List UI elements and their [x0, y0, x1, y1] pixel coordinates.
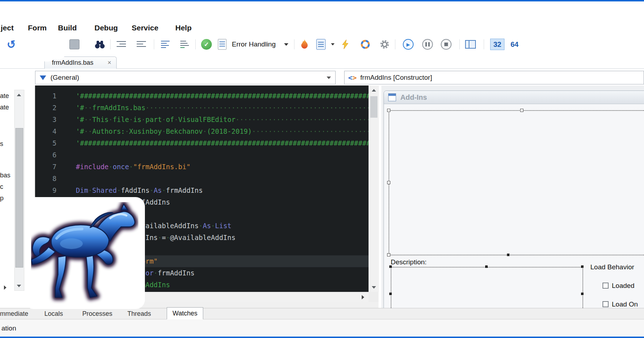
bottom-tab-mmediate[interactable]: mmediate [0, 310, 28, 318]
declaration-combo[interactable]: <> frmAddIns [Constructor] [344, 71, 644, 84]
selection-handle[interactable] [520, 109, 523, 112]
error-handling-label[interactable]: Error Handling [232, 40, 276, 48]
syntax-check-icon[interactable]: ✓ [200, 38, 213, 51]
run-icon[interactable]: ▶ [402, 38, 414, 51]
line-number[interactable]: 4 [39, 126, 57, 137]
selection-handle[interactable] [581, 265, 584, 268]
scrollbar-corner [369, 292, 379, 302]
tree-scroll-up-icon[interactable] [14, 90, 24, 99]
tree-item-fragment[interactable]: p [0, 195, 4, 202]
editor-scroll-down-icon[interactable] [369, 283, 379, 292]
line-number[interactable]: 7 [39, 161, 57, 173]
format-code-icon[interactable] [160, 38, 172, 51]
loaded-checkbox-label[interactable]: Loaded [612, 282, 634, 290]
code-line[interactable]: '#######################################… [76, 137, 369, 149]
selection-handle[interactable] [389, 293, 392, 295]
selection-handle[interactable] [389, 265, 392, 268]
toolbar-separator [154, 39, 154, 49]
designed-form-titlebar[interactable]: Add-Ins [384, 91, 644, 104]
settings-gear-icon[interactable] [379, 38, 391, 51]
error-handling-doc-icon[interactable] [217, 38, 228, 51]
tree-scroll-right-icon[interactable] [0, 283, 10, 292]
tab-close-icon[interactable]: × [107, 59, 111, 67]
code-line[interactable]: '#######################################… [76, 90, 369, 102]
code-line[interactable]: #include·once·"frmAddIns.bi" [76, 161, 190, 173]
description-label[interactable]: Description: [391, 258, 426, 266]
find-binoculars-icon[interactable] [94, 38, 106, 51]
load-on-start-checkbox[interactable] [602, 301, 609, 307]
outdent-icon[interactable] [115, 38, 127, 51]
tree-item-fragment[interactable]: bas [0, 172, 10, 179]
textbox-border-left [391, 267, 391, 308]
toolbar-separator [459, 39, 460, 49]
code-line[interactable]: '#··frmAddIns.bas·······················… [76, 102, 369, 114]
tree-item-fragment[interactable]: ate [0, 104, 9, 111]
menu-item-build[interactable]: Build [58, 24, 77, 32]
line-number[interactable]: 9 [39, 185, 57, 196]
selection-border-top [389, 110, 644, 111]
layout-panels-icon[interactable] [464, 38, 477, 51]
scope-combo-icon [40, 75, 46, 80]
line-number[interactable]: 8 [39, 173, 57, 185]
bottom-tab-bar: mmediateLocalsProcessesThreadsWatches [0, 308, 644, 319]
scope-combo[interactable]: (General) [35, 71, 336, 84]
tree-item-fragment[interactable]: s [0, 140, 3, 148]
bottom-tab-watches[interactable]: Watches [167, 307, 203, 319]
bottom-tab-threads[interactable]: Threads [127, 310, 151, 318]
tree-vertical-scrollbar[interactable] [14, 90, 24, 291]
flame-icon[interactable] [299, 38, 310, 51]
bottom-tab-locals[interactable]: Locals [44, 310, 63, 318]
loaded-checkbox[interactable] [602, 283, 609, 289]
tree-scroll-down-icon[interactable] [14, 281, 24, 290]
tree-item-fragment[interactable]: ate [0, 92, 9, 100]
editor-vertical-scrollbar[interactable] [369, 85, 379, 292]
designed-form[interactable]: Add-Ins [384, 90, 644, 308]
bitness-64-button[interactable]: 64 [508, 38, 521, 51]
menu-item-service[interactable]: Service [132, 24, 158, 32]
code-line[interactable]: '#··Authors:·Xusinboy·Bekchanov·(2018-20… [76, 126, 369, 137]
editor-scroll-thumb[interactable] [370, 96, 377, 118]
code-line[interactable]: Dim·Shared·fAddIns·As·frmAddIns [76, 185, 203, 196]
form-designer[interactable]: Add-Ins Description: Load Behavior Loade… [381, 85, 644, 308]
script-icon[interactable] [316, 38, 326, 51]
indent-icon[interactable] [135, 38, 147, 51]
stop-icon[interactable] [440, 38, 452, 51]
editor-scroll-up-icon[interactable] [369, 85, 379, 95]
undo-icon[interactable]: ↺ [5, 38, 18, 51]
toolbar-separator [110, 39, 111, 49]
error-handling-dropdown-icon[interactable] [283, 38, 290, 51]
horse-image [25, 197, 145, 309]
load-on-start-checkbox-label[interactable]: Load On St [612, 300, 644, 308]
editor-scroll-right-icon[interactable] [358, 293, 368, 302]
selection-handle[interactable] [507, 254, 509, 256]
quick-run-lightning-icon[interactable] [340, 38, 351, 51]
line-number[interactable]: 5 [39, 137, 57, 149]
tree-item-fragment[interactable]: c [0, 183, 3, 191]
selection-handle[interactable] [485, 265, 488, 268]
menu-item-form[interactable]: Form [28, 24, 47, 32]
menu-item-help[interactable]: Help [175, 24, 192, 32]
script-dropdown-icon[interactable] [330, 38, 336, 51]
line-number[interactable]: 2 [39, 102, 57, 114]
line-number[interactable]: 1 [39, 90, 57, 102]
line-number[interactable]: 6 [39, 149, 57, 161]
window-accent-bottom [0, 337, 644, 338]
line-number[interactable]: 3 [39, 114, 57, 126]
menu-item-debug[interactable]: Debug [94, 24, 118, 32]
white-blob-overlay [23, 31, 76, 62]
tree-scroll-thumb[interactable] [15, 128, 23, 268]
textbox-border-right [582, 267, 583, 308]
selection-handle[interactable] [581, 293, 584, 295]
menu-item-ject[interactable]: ject [1, 24, 14, 32]
window-accent-top [0, 0, 644, 1]
bottom-tab-processes[interactable]: Processes [82, 310, 112, 318]
sort-lines-icon[interactable] [179, 38, 191, 51]
pause-icon[interactable] [421, 38, 434, 51]
build-icon[interactable] [359, 38, 371, 51]
chevron-down-icon[interactable] [327, 77, 331, 79]
selection-handle[interactable] [387, 109, 390, 112]
code-line[interactable]: '#··This·file·is·part·of·VisualFBEditor·… [76, 114, 369, 126]
bitness-32-button[interactable]: 32 [490, 38, 504, 51]
selection-handle[interactable] [387, 253, 390, 256]
selection-handle[interactable] [387, 181, 390, 184]
